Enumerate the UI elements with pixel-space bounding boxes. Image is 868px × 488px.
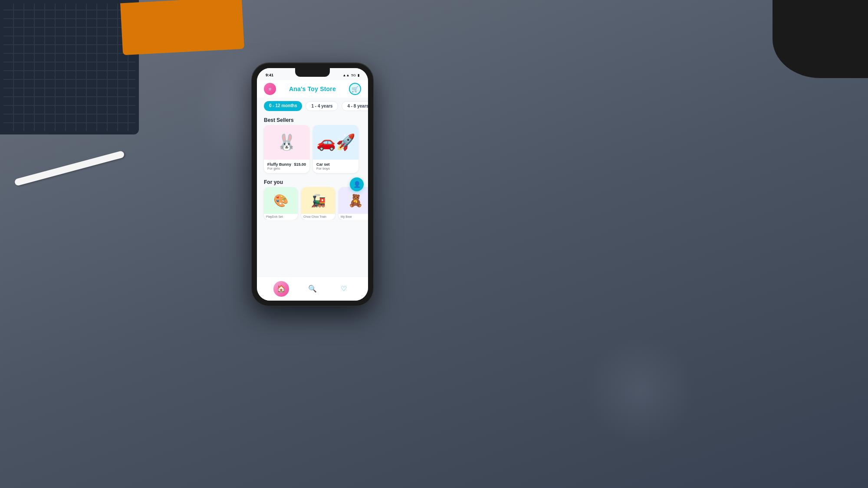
fluffy-bunny-subtitle: For girls [267, 167, 291, 170]
car-set-subtitle: For boys [316, 167, 355, 170]
age-tab-0-12-months[interactable]: 0 - 12 months [264, 101, 302, 111]
status-time: 9:41 [266, 73, 273, 77]
cart-icon: 🛒 [352, 86, 358, 92]
fluffy-bunny-image: 🐰 [264, 125, 309, 160]
fluffy-bunny-price: $15.00 [294, 162, 306, 167]
search-icon: 🔍 [308, 285, 317, 293]
fluffy-bunny-name: Fluffy Bunny [267, 162, 291, 167]
battery-icon: ▮ [358, 73, 359, 77]
for-you-image-3: 🧸 [339, 187, 368, 214]
fluffy-bunny-info: Fluffy Bunny For girls $15.00 [264, 160, 309, 173]
status-icons: ▲▲ 5G ▮ [342, 73, 359, 77]
for-you-label-3: My Bear [339, 214, 368, 220]
hamburger-icon: ≡ [269, 86, 271, 92]
menu-button[interactable]: ≡ [264, 83, 276, 95]
bg-blur-2 [586, 336, 694, 445]
phone-device: 9:41 ▲▲ 5G ▮ ≡ Ana's Toy Store 🛒 0 [252, 63, 373, 280]
signal-icon: ▲▲ [342, 73, 349, 77]
profile-button[interactable]: 👤 [350, 177, 364, 191]
best-sellers-label: Best Sellers [257, 115, 368, 125]
for-you-card-1[interactable]: 🎨 PlayDoh Set [264, 187, 298, 220]
for-you-label-2: Choo Choo Train [301, 214, 335, 220]
for-you-label-1: PlayDoh Set [264, 214, 298, 220]
age-filter-tabs: 0 - 12 months 1 - 4 years 4 - 8 years [257, 98, 368, 115]
phone-frame: 9:41 ▲▲ 5G ▮ ≡ Ana's Toy Store 🛒 0 [252, 63, 373, 306]
best-sellers-row: 🐰 Fluffy Bunny For girls $15.00 [257, 125, 368, 177]
for-you-card-3[interactable]: 🧸 My Bear [339, 187, 368, 220]
for-you-image-2: 🚂 [301, 187, 335, 214]
age-tab-1-4-years[interactable]: 1 - 4 years [306, 101, 338, 111]
home-icon: 🏠 [277, 285, 286, 293]
for-you-card-2[interactable]: 🚂 Choo Choo Train [301, 187, 335, 220]
car-set-info: Car set For boys [313, 160, 358, 173]
network-label: 5G [351, 73, 356, 77]
product-card-fluffy-bunny[interactable]: 🐰 Fluffy Bunny For girls $15.00 [264, 125, 309, 173]
profile-icon: 👤 [353, 181, 361, 188]
nav-favorites-button[interactable]: ♡ [336, 281, 352, 297]
app-header: ≡ Ana's Toy Store 🛒 [257, 80, 368, 98]
heart-icon: ♡ [341, 285, 347, 293]
phone-screen: 9:41 ▲▲ 5G ▮ ≡ Ana's Toy Store 🛒 0 [257, 68, 368, 301]
top-right-decoration [773, 0, 868, 78]
nav-home-button[interactable]: 🏠 [273, 281, 289, 297]
keyboard-decoration [0, 0, 139, 134]
app-title: Ana's Toy Store [289, 85, 336, 92]
for-you-image-1: 🎨 [264, 187, 298, 214]
bottom-navigation: 🏠 🔍 ♡ [257, 276, 368, 301]
product-card-car-set[interactable]: 🚗🚀 Car set For boys [313, 125, 358, 173]
cart-button[interactable]: 🛒 [349, 83, 361, 95]
car-set-image: 🚗🚀 [313, 125, 358, 160]
for-you-row: 🎨 PlayDoh Set 🚂 Choo Choo Train 🧸 My Bea… [257, 187, 368, 220]
car-set-name: Car set [316, 162, 355, 167]
envelope-decoration [120, 0, 244, 55]
phone-notch [295, 68, 330, 77]
nav-search-button[interactable]: 🔍 [305, 281, 320, 297]
age-tab-4-8-years[interactable]: 4 - 8 years [342, 101, 368, 111]
